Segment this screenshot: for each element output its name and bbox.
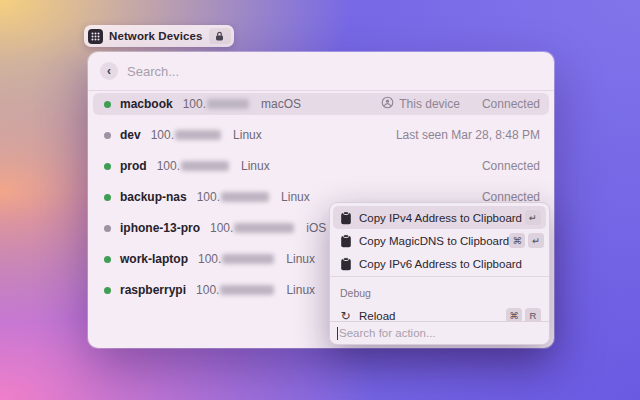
- action-menu-popup: Copy IPv4 Address to Clipboard↵Copy Magi…: [329, 202, 550, 345]
- device-os: Linux: [233, 128, 262, 142]
- menu-item-copy-ipv4-address-to-clipboard[interactable]: Copy IPv4 Address to Clipboard↵: [333, 206, 546, 229]
- device-ip: 100.: [196, 283, 274, 297]
- accessory-label: Connected: [482, 159, 540, 173]
- device-os: Linux: [286, 252, 315, 266]
- device-ip-prefix: 100.: [151, 128, 174, 142]
- clipboard-icon: [339, 257, 352, 271]
- device-name: backup-nas: [120, 190, 187, 204]
- status-dot: [104, 256, 111, 263]
- device-ip: 100.: [183, 97, 249, 111]
- device-name: prod: [120, 159, 147, 173]
- device-ip-prefix: 100.: [183, 97, 206, 111]
- redacted-ip-blur: [220, 285, 274, 295]
- key-badge: ↵: [525, 210, 541, 225]
- device-ip-prefix: 100.: [210, 221, 233, 235]
- grid-icon: [88, 29, 103, 44]
- device-row-prod[interactable]: prod100.LinuxConnected: [93, 155, 549, 177]
- device-ip: 100.: [157, 159, 229, 173]
- menu-item-label: Reload: [359, 310, 395, 322]
- action-search-input[interactable]: Search for action...: [339, 327, 436, 339]
- status-dot: [104, 132, 111, 139]
- status-dot: [104, 225, 111, 232]
- accessory: This device: [381, 96, 460, 112]
- device-ip: 100.: [198, 252, 274, 266]
- menu-item-copy-ipv6-address-to-clipboard[interactable]: Copy IPv6 Address to Clipboard: [333, 252, 546, 275]
- key-badge: ⌘: [509, 233, 525, 248]
- debug-section-label: Debug: [340, 287, 371, 299]
- accessory-label: This device: [399, 97, 460, 111]
- text-caret: [337, 327, 338, 340]
- device-name: iphone-13-pro: [120, 221, 200, 235]
- menu-item-copy-magicdns-to-clipboard[interactable]: Copy MagicDNS to Clipboard⌘↵: [333, 229, 546, 252]
- device-row-macbook[interactable]: macbook100.macOSThis deviceConnected: [93, 93, 549, 115]
- device-os: iOS: [306, 221, 326, 235]
- accessory-label: Last seen Mar 28, 8:48 PM: [396, 128, 540, 142]
- device-name: dev: [120, 128, 141, 142]
- redacted-ip-blur: [207, 99, 249, 109]
- device-name: macbook: [120, 97, 173, 111]
- device-os: Linux: [281, 190, 310, 204]
- device-ip: 100.: [197, 190, 269, 204]
- device-ip-prefix: 100.: [157, 159, 180, 173]
- device-ip-prefix: 100.: [197, 190, 220, 204]
- key-badge: ↵: [528, 233, 544, 248]
- device-os: macOS: [261, 97, 301, 111]
- device-name: raspberrypi: [120, 283, 186, 297]
- redacted-ip-blur: [181, 161, 229, 171]
- row-accessories: This deviceConnected: [381, 96, 540, 112]
- redacted-ip-blur: [175, 130, 221, 140]
- device-row-dev[interactable]: dev100.LinuxLast seen Mar 28, 8:48 PM: [93, 124, 549, 146]
- device-ip: 100.: [151, 128, 221, 142]
- back-button[interactable]: ‹: [100, 62, 118, 80]
- status-dot: [104, 163, 111, 170]
- redacted-ip-blur: [234, 223, 294, 233]
- action-search-bar[interactable]: Search for action...: [330, 321, 549, 344]
- clipboard-icon: [339, 211, 352, 225]
- desktop-background: Network Devices ‹ Search... macbook100.m…: [0, 0, 640, 400]
- person-circle-icon: [381, 96, 394, 112]
- shortcut-keys: ↵: [525, 210, 541, 225]
- device-ip: 100.: [210, 221, 294, 235]
- search-input[interactable]: Search...: [127, 64, 179, 79]
- clipboard-icon: [339, 234, 352, 248]
- shortcut-keys: ⌘↵: [509, 233, 544, 248]
- device-ip-prefix: 100.: [196, 283, 219, 297]
- status-dot: [104, 101, 111, 108]
- row-accessories: Last seen Mar 28, 8:48 PM: [396, 128, 540, 142]
- menu-separator: [330, 276, 549, 277]
- device-os: Linux: [286, 283, 315, 297]
- device-name: work-laptop: [120, 252, 188, 266]
- redacted-ip-blur: [222, 254, 274, 264]
- command-badge[interactable]: Network Devices: [84, 25, 234, 47]
- status-dot: [104, 194, 111, 201]
- lock-icon: [209, 28, 231, 44]
- accessory: Connected: [482, 159, 540, 173]
- menu-item-label: Copy MagicDNS to Clipboard: [359, 235, 509, 247]
- accessory: Connected: [482, 97, 540, 111]
- status-dot: [104, 287, 111, 294]
- command-badge-label: Network Devices: [109, 30, 203, 42]
- window-header: ‹ Search...: [88, 52, 554, 91]
- reload-icon: ↻: [339, 310, 352, 322]
- device-ip-prefix: 100.: [198, 252, 221, 266]
- accessory-label: Connected: [482, 97, 540, 111]
- row-accessories: Connected: [482, 159, 540, 173]
- menu-item-label: Copy IPv4 Address to Clipboard: [359, 212, 522, 224]
- redacted-ip-blur: [221, 192, 269, 202]
- device-os: Linux: [241, 159, 270, 173]
- accessory: Last seen Mar 28, 8:48 PM: [396, 128, 540, 142]
- menu-item-label: Copy IPv6 Address to Clipboard: [359, 258, 522, 270]
